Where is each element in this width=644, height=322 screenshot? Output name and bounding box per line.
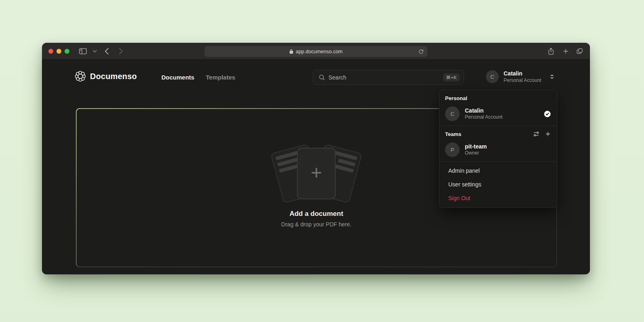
nav-templates[interactable]: Templates xyxy=(206,74,235,81)
team-name: pit-team xyxy=(465,143,487,150)
personal-account-item[interactable]: C Catalin Personal Account xyxy=(439,105,557,125)
share-icon[interactable] xyxy=(548,47,554,55)
menu-item-admin-panel[interactable]: Admin panel xyxy=(439,164,557,178)
browser-toolbar: app.documenso.com xyxy=(42,43,590,60)
check-circle-icon xyxy=(544,110,551,118)
teams-section-label: Teams xyxy=(445,131,461,137)
lock-icon xyxy=(289,49,293,54)
avatar: C xyxy=(486,70,499,83)
reload-icon[interactable] xyxy=(418,49,424,54)
tab-overview-icon[interactable] xyxy=(576,48,583,54)
new-tab-icon[interactable] xyxy=(562,48,569,54)
menu-item-user-settings[interactable]: User settings xyxy=(439,178,557,191)
traffic-lights xyxy=(48,49,69,54)
personal-account-name: Catalin xyxy=(465,107,502,114)
forward-button[interactable] xyxy=(119,48,123,54)
account-type: Personal Account xyxy=(504,77,541,84)
account-name: Catalin xyxy=(504,70,541,77)
avatar: C xyxy=(445,107,460,121)
avatar: P xyxy=(445,142,460,157)
browser-window: app.documenso.com xyxy=(42,43,590,274)
search-input[interactable] xyxy=(313,74,464,81)
nav-documents[interactable]: Documents xyxy=(161,74,194,81)
menu-item-sign-out[interactable]: Sign Out xyxy=(439,191,557,205)
search-bar: ⌘+K xyxy=(313,70,464,85)
zoom-window-button[interactable] xyxy=(65,49,69,54)
dropzone-title: Add a document xyxy=(289,210,343,218)
back-button[interactable] xyxy=(105,48,109,54)
teams-section-header: Teams xyxy=(439,126,557,141)
plus-icon: + xyxy=(311,163,322,182)
sidebar-chevron-down-icon[interactable] xyxy=(93,50,97,52)
search-icon xyxy=(318,74,325,81)
manage-teams-icon[interactable] xyxy=(533,131,539,137)
documents-illustration: + xyxy=(270,148,363,200)
create-team-plus-icon[interactable] xyxy=(545,131,551,137)
account-dropdown-menu: Personal C Catalin Personal Account xyxy=(439,90,557,208)
personal-account-meta: Personal Account xyxy=(465,114,502,121)
address-bar[interactable]: app.documenso.com xyxy=(205,46,427,57)
document-card-center: + xyxy=(297,148,336,199)
account-menu-trigger[interactable]: C Catalin Personal Account xyxy=(486,70,555,84)
brand-name: Documenso xyxy=(90,72,137,81)
team-role: Owner xyxy=(465,150,487,157)
documenso-logo-icon xyxy=(75,71,86,82)
dropzone-subtitle: Drag & drop your PDF here. xyxy=(281,221,351,228)
search-shortcut-badge: ⌘+K xyxy=(443,73,460,82)
desktop-background: app.documenso.com xyxy=(0,0,644,322)
minimize-window-button[interactable] xyxy=(56,49,61,54)
chevrons-up-down-icon xyxy=(549,73,555,80)
personal-section-label: Personal xyxy=(439,90,557,105)
url-text: app.documenso.com xyxy=(296,49,343,54)
menu-separator xyxy=(439,161,557,162)
sidebar-toggle-icon[interactable] xyxy=(79,48,87,54)
app-content: Documenso Documents Templates ⌘+K C Cata… xyxy=(42,60,590,274)
team-item-pit-team[interactable]: P pit-team Owner xyxy=(439,141,557,161)
close-window-button[interactable] xyxy=(48,49,53,54)
brand[interactable]: Documenso xyxy=(75,71,137,82)
